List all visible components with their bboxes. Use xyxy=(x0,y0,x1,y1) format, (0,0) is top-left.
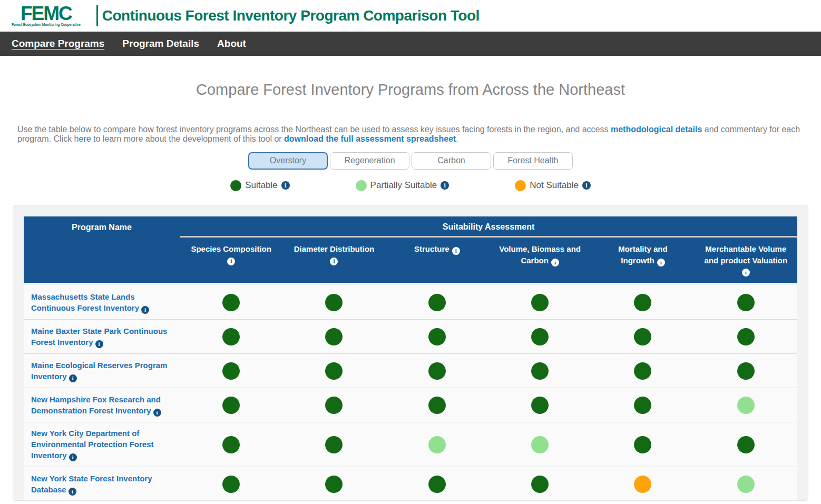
info-icon[interactable]: i xyxy=(441,181,449,190)
info-icon[interactable]: i xyxy=(582,181,591,190)
program-link-maine-ecological-reserves-program-inventory[interactable]: Maine Ecological Reserves Program Invent… xyxy=(31,361,167,381)
program-name-cell: Maine Ecological Reserves Program Invent… xyxy=(24,354,180,388)
program-link-new-hampshire-fox-research-and-demonstration-forest-inventory[interactable]: New Hampshire Fox Research and Demonstra… xyxy=(31,395,161,415)
here-link[interactable]: here xyxy=(74,134,91,143)
info-icon[interactable]: i xyxy=(69,453,77,461)
rating-cell xyxy=(695,328,797,345)
rating-cell xyxy=(282,362,385,380)
info-icon[interactable]: i xyxy=(141,306,149,314)
suitability-dot-suitable xyxy=(325,362,343,380)
rating-cell xyxy=(591,362,694,380)
column-header-suitability-assessment: Suitability Assessment xyxy=(180,216,797,238)
info-icon[interactable]: i xyxy=(330,258,338,265)
suitability-dot-suitable xyxy=(531,397,549,414)
suitability-dot-suitable xyxy=(222,397,240,414)
rating-cell xyxy=(386,476,488,493)
suitability-dot-suitable xyxy=(737,294,755,311)
rating-cell xyxy=(386,294,488,311)
info-icon[interactable]: i xyxy=(742,269,750,276)
title-divider xyxy=(96,5,98,26)
info-icon[interactable]: i xyxy=(227,258,235,265)
rating-cell xyxy=(386,436,488,453)
download-spreadsheet-link[interactable]: download the full assessment spreadsheet xyxy=(284,134,456,143)
table-body: Massachusetts State Lands Continuous For… xyxy=(24,285,797,501)
category-tabs: OverstoryRegenerationCarbonForest Health xyxy=(0,152,821,170)
suitability-dot-not xyxy=(634,476,651,493)
suitability-dot-suitable xyxy=(737,362,755,380)
suitability-dot-suitable xyxy=(325,397,343,414)
column-header-label: Volume, Biomass and Carbon xyxy=(499,244,581,265)
table-row: Maine Baxter State Park Continuous Fores… xyxy=(24,320,797,354)
info-icon[interactable]: i xyxy=(551,259,559,266)
suitability-dot-suitable xyxy=(222,436,240,453)
suitability-dot-suitable xyxy=(222,294,240,311)
nav-about[interactable]: About xyxy=(217,38,246,50)
table-row: New Hampshire Fox Research and Demonstra… xyxy=(24,388,797,422)
suitability-dot-suitable xyxy=(634,294,651,311)
nav-compare-programs[interactable]: Compare Programs xyxy=(12,38,104,50)
rating-cell xyxy=(180,294,282,311)
rating-cell xyxy=(180,362,282,380)
program-link-massachusetts-state-lands-continuous-forest-inventory[interactable]: Massachusetts State Lands Continuous For… xyxy=(31,292,139,312)
rating-cell xyxy=(591,476,694,493)
intro-part-3: to learn more about the development of t… xyxy=(91,134,284,143)
suitability-dot-suitable xyxy=(222,476,240,493)
tab-regeneration[interactable]: Regeneration xyxy=(330,152,409,170)
column-header-species-composition: Species Compositioni xyxy=(180,238,282,283)
tab-forest-health[interactable]: Forest Health xyxy=(493,152,573,170)
rating-cell xyxy=(282,397,385,414)
program-name-cell: Massachusetts State Lands Continuous For… xyxy=(24,286,180,319)
program-link-new-york-city-department-of-environmental-protection-forest-inventory[interactable]: New York City Department of Environmenta… xyxy=(31,429,154,460)
intro-part-4: . xyxy=(456,134,458,143)
column-header-mortality-and-ingrowth: Mortality and Ingrowthi xyxy=(591,238,694,283)
rating-cell xyxy=(695,436,797,453)
info-icon[interactable]: i xyxy=(95,340,103,348)
tab-overstory[interactable]: Overstory xyxy=(248,152,328,170)
suitability-dot-suitable xyxy=(325,294,343,311)
info-icon[interactable]: i xyxy=(657,259,665,266)
program-link-new-york-state-forest-inventory-database[interactable]: New York State Forest Inventory Database xyxy=(31,474,152,494)
nav-program-details[interactable]: Program Details xyxy=(122,38,199,50)
column-header-label: Diameter Distribution xyxy=(294,244,375,253)
logo-text: FEMC xyxy=(21,5,72,22)
info-icon[interactable]: i xyxy=(153,409,161,417)
rating-cell xyxy=(180,476,282,493)
rating-cell xyxy=(591,328,694,345)
app-header: FEMC Forest Ecosystem Monitoring Coopera… xyxy=(0,0,821,32)
app-title: Continuous Forest Inventory Program Comp… xyxy=(102,7,480,24)
rating-cell xyxy=(488,294,591,311)
rating-cell xyxy=(488,397,591,414)
rating-cell xyxy=(591,294,694,311)
info-icon[interactable]: i xyxy=(69,488,76,496)
rating-cell xyxy=(180,328,282,345)
rating-cell xyxy=(386,328,488,345)
methodological-details-link[interactable]: methodological details xyxy=(611,125,702,134)
info-icon[interactable]: i xyxy=(281,181,290,190)
femc-logo[interactable]: FEMC Forest Ecosystem Monitoring Coopera… xyxy=(12,5,81,26)
column-header-label: Structure xyxy=(414,244,449,253)
suitability-dot-partial xyxy=(737,476,755,493)
program-name-cell: New York State Forest Inventory Database… xyxy=(24,468,180,501)
tab-carbon[interactable]: Carbon xyxy=(412,152,491,170)
suitability-dot-suitable xyxy=(428,397,446,414)
rating-cell xyxy=(488,436,591,453)
suitability-dot-suitable xyxy=(531,362,549,380)
column-header-label: Species Composition xyxy=(191,244,271,253)
program-name-cell: New York City Department of Environmenta… xyxy=(24,422,180,467)
program-name-cell: New Hampshire Fox Research and Demonstra… xyxy=(24,389,180,422)
intro-text: Use the table below to compare how fores… xyxy=(17,125,804,144)
rating-cell xyxy=(386,397,488,414)
rating-cell xyxy=(180,436,282,453)
suitability-dot-suitable xyxy=(428,328,446,345)
column-header-volume-biomass-and-carbon: Volume, Biomass and Carboni xyxy=(488,238,591,283)
suitability-dot-suitable xyxy=(634,362,651,380)
suitability-dot-suitable xyxy=(634,397,651,414)
column-header-diameter-distribution: Diameter Distributioni xyxy=(282,238,385,283)
info-icon[interactable]: i xyxy=(452,247,460,255)
legend-label: Not Suitable xyxy=(530,180,579,191)
suitability-dot-suitable xyxy=(325,476,343,493)
info-icon[interactable]: i xyxy=(69,374,77,382)
rating-cell xyxy=(488,362,591,380)
rating-cell xyxy=(591,436,694,453)
suitability-legend: SuitableiPartially SuitableiNot Suitable… xyxy=(0,180,821,191)
